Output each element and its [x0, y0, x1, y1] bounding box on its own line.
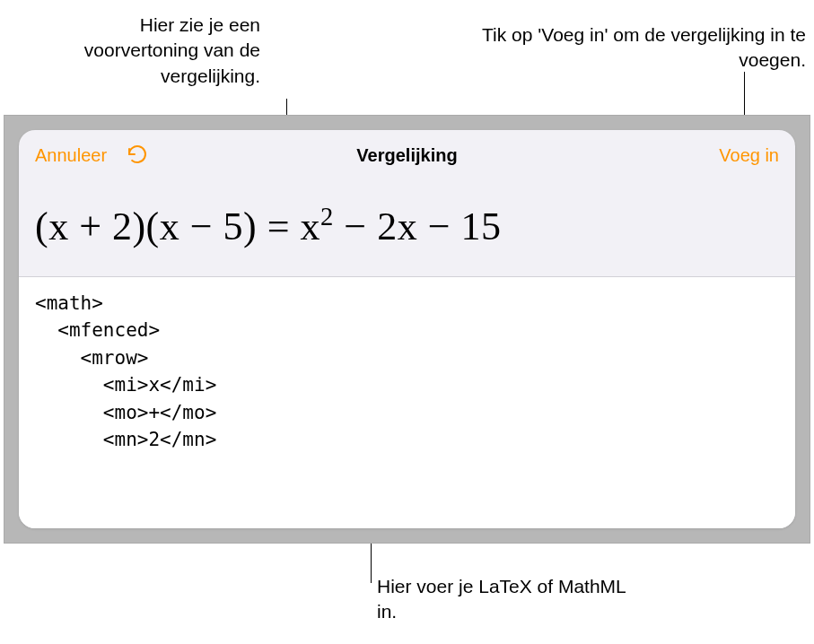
callout-editor: Hier voer je LaTeX of MathML in. [377, 574, 646, 625]
callout-preview: Hier zie je een voorvertoning van de ver… [36, 13, 260, 89]
equation-preview: (x + 2)(x − 5) = x2 − 2x − 15 [19, 177, 795, 276]
equation-source-input[interactable]: <math> <mfenced> <mrow> <mi>x</mi> <mo>+… [19, 277, 795, 528]
undo-button[interactable] [127, 144, 148, 168]
panel-title: Vergelijking [356, 145, 457, 166]
undo-icon [127, 144, 148, 168]
insert-button[interactable]: Voeg in [719, 145, 779, 166]
callout-insert: Tik op 'Voeg in' om de vergelijking in t… [438, 22, 806, 74]
equation-panel: Annuleer Vergelijking Voeg in (x + 2)(x … [19, 130, 795, 528]
device-frame: Annuleer Vergelijking Voeg in (x + 2)(x … [4, 115, 810, 544]
toolbar: Annuleer Vergelijking Voeg in [19, 130, 795, 177]
cancel-button[interactable]: Annuleer [35, 145, 107, 166]
